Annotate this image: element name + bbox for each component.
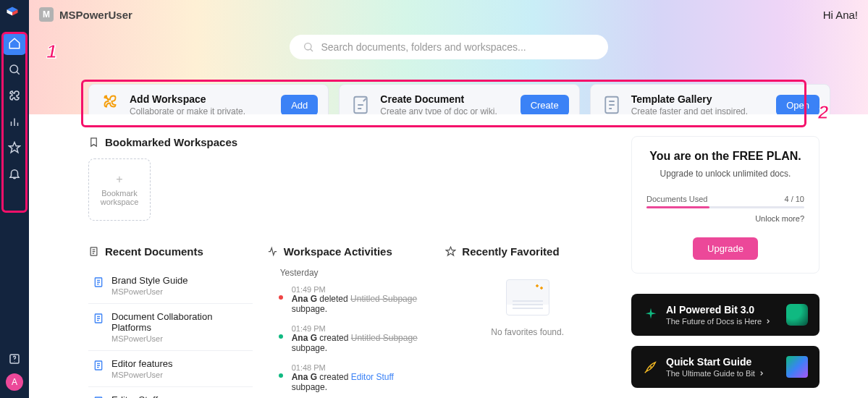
template-gallery-title: Template Gallery [631, 93, 768, 105]
add-workspace-title: Add Workspace [130, 93, 272, 105]
document-icon [88, 246, 99, 257]
sidebar-item-analytics[interactable] [3, 110, 26, 133]
create-document-icon [350, 94, 371, 116]
recent-documents-title: Recent Documents [105, 245, 203, 258]
promo-guide-title: Quick Start Guide [666, 356, 780, 368]
favorited-title: Recently Favorited [462, 245, 559, 258]
sidebar-item-home[interactable] [3, 32, 26, 55]
empty-favorites-icon [506, 279, 549, 316]
promo-graphic-2 [786, 356, 808, 378]
left-column: Bookmarked Workspaces + Bookmark workspa… [88, 136, 610, 398]
search-placeholder: Search documents, folders and workspaces… [321, 41, 526, 53]
promo-quickstart[interactable]: Quick Start Guide The Ultimate Guide to … [631, 346, 819, 388]
recent-document-item[interactable]: Editor featuresMSPowerUser [88, 351, 253, 387]
doc-sub: MSPowerUser [111, 371, 173, 379]
upgrade-button[interactable]: Upgrade [693, 237, 758, 260]
doc-title: Brand Style Guide [111, 275, 188, 286]
plan-subtitle: Upgrade to unlock unlimited docs. [646, 169, 804, 179]
workspace-badge[interactable]: M [39, 7, 54, 22]
plan-title: You are on the FREE PLAN. [646, 150, 804, 163]
sidebar-item-bookmarks[interactable] [3, 136, 26, 159]
open-button[interactable]: Open [776, 95, 819, 116]
workspace-name[interactable]: MSPowerUser [59, 9, 132, 21]
activity-dot-icon [279, 373, 283, 378]
activity-message: Ana G created Untitled Subpage subpage. [292, 333, 431, 353]
add-button[interactable]: Add [281, 95, 318, 116]
top-bar: M MSPowerUser Hi Ana! [39, 7, 858, 22]
star-icon [445, 246, 456, 257]
unlock-more-link[interactable]: Unlock more? [646, 214, 804, 223]
chevron-right-icon [764, 318, 772, 325]
recent-document-item[interactable]: Document Collaboration PlatformsMSPowerU… [88, 304, 253, 351]
search-icon [303, 41, 314, 53]
recent-document-item[interactable]: Editor Stuff [88, 387, 253, 398]
activity-item: 01:48 PM Ana G created Editor Stuff subp… [267, 360, 431, 398]
document-icon [93, 276, 104, 288]
annotation-number-1: 1 [46, 41, 56, 63]
activity-item: 01:49 PM Ana G deleted Untitled Subpage … [267, 282, 431, 321]
app-logo-icon[interactable] [6, 6, 23, 23]
activity-dot-icon [279, 334, 283, 339]
documents-used-value: 4 / 10 [784, 195, 804, 203]
promo-ai-sub: The Future of Docs is Here [666, 317, 762, 326]
rocket-icon [643, 359, 659, 375]
svg-point-0 [10, 65, 18, 73]
activity-day-label: Yesterday [280, 268, 431, 278]
bookmarked-section-title: Bookmarked Workspaces [105, 136, 237, 148]
sidebar: A [0, 0, 29, 398]
activity-message: Ana G deleted Untitled Subpage subpage. [292, 294, 431, 314]
promo-guide-sub: The Ultimate Guide to Bit [666, 369, 755, 378]
template-gallery-icon [601, 94, 623, 116]
sidebar-item-help[interactable] [3, 347, 26, 371]
hero-header: M MSPowerUser Hi Ana! Search documents, … [29, 0, 868, 114]
search-input[interactable]: Search documents, folders and workspaces… [290, 35, 608, 59]
no-favorites-text: No favorites found. [445, 327, 610, 337]
documents-used-label: Documents Used [646, 195, 707, 203]
doc-title: Editor features [111, 358, 173, 369]
document-icon [93, 360, 104, 371]
usage-bar [646, 206, 804, 208]
activities-title: Workspace Activities [284, 245, 392, 258]
activity-time: 01:49 PM [292, 324, 431, 333]
activity-time: 01:48 PM [292, 363, 431, 372]
plus-icon: + [116, 173, 122, 186]
right-column: You are on the FREE PLAN. Upgrade to unl… [631, 136, 819, 398]
bookmark-workspace-button[interactable]: + Bookmark workspace [88, 158, 151, 221]
annotation-number-2: 2 [818, 101, 828, 124]
main-area: M MSPowerUser Hi Ana! Search documents, … [29, 0, 868, 398]
document-icon [93, 313, 104, 324]
bookmark-placeholder-line2: workspace [101, 198, 139, 206]
sidebar-item-notifications[interactable] [3, 162, 26, 185]
doc-title: Document Collaboration Platforms [111, 311, 248, 333]
create-document-title: Create Document [380, 93, 511, 105]
favorited-column: Recently Favorited No favorites found. [445, 245, 610, 398]
activity-message: Ana G created Editor Stuff subpage. [292, 372, 431, 392]
create-button[interactable]: Create [521, 95, 569, 116]
sidebar-item-search[interactable] [3, 58, 26, 81]
activities-column: Workspace Activities Yesterday 01:49 PM … [267, 245, 431, 398]
promo-graphic-1 [786, 304, 808, 326]
sidebar-item-workspaces[interactable] [3, 84, 26, 107]
plan-card: You are on the FREE PLAN. Upgrade to unl… [631, 136, 819, 274]
svg-point-2 [304, 43, 311, 50]
bookmark-placeholder-line1: Bookmark [101, 189, 138, 198]
doc-sub: MSPowerUser [111, 287, 188, 296]
recent-document-item[interactable]: Brand Style GuideMSPowerUser [88, 268, 253, 304]
promo-ai-title: AI Powered Bit 3.0 [666, 304, 780, 316]
activity-icon [267, 246, 278, 257]
activity-dot-icon [279, 295, 283, 300]
user-avatar[interactable]: A [6, 373, 23, 391]
doc-sub: MSPowerUser [111, 334, 248, 343]
add-workspace-icon [99, 94, 121, 116]
content-area: Bookmarked Workspaces + Bookmark workspa… [29, 114, 868, 398]
recent-documents-column: Recent Documents Brand Style GuideMSPowe… [88, 245, 253, 398]
activity-item: 01:49 PM Ana G created Untitled Subpage … [267, 321, 431, 360]
sparkle-icon [643, 307, 659, 323]
activity-time: 01:49 PM [292, 285, 431, 294]
doc-title: Editor Stuff [111, 394, 158, 398]
bookmark-icon [88, 137, 99, 148]
greeting-text: Hi Ana! [823, 9, 858, 21]
chevron-right-icon [758, 370, 765, 377]
promo-ai-bit[interactable]: AI Powered Bit 3.0 The Future of Docs is… [631, 294, 819, 336]
